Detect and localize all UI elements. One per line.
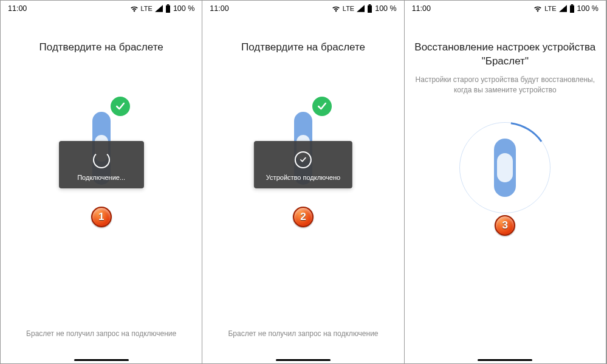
- phone-screen-3: 11:00 LTE 100 % Восстановление настроек …: [405, 1, 606, 363]
- wifi-icon: [130, 5, 139, 12]
- device-illustration: 3: [450, 113, 560, 222]
- battery-icon: [165, 4, 171, 13]
- svg-rect-2: [368, 5, 372, 13]
- status-network: LTE: [343, 5, 354, 12]
- page-title: Подтвердите на браслете: [39, 41, 163, 55]
- page-title: Подтвердите на браслете: [241, 41, 365, 55]
- nav-bar[interactable]: [405, 356, 606, 363]
- status-battery-pct: 100 %: [173, 4, 194, 13]
- nav-bar[interactable]: [1, 356, 202, 363]
- checkmark-badge-icon: [310, 95, 334, 118]
- battery-icon: [367, 4, 372, 13]
- battery-icon: [569, 4, 575, 13]
- checkmark-badge-icon: [109, 95, 132, 118]
- toast-text: Устройство подключено: [266, 174, 340, 181]
- phone-screen-1: 11:00 LTE 100 % Подтвердите на браслете: [1, 1, 202, 363]
- svg-rect-0: [166, 5, 170, 13]
- status-battery-pct: 100 %: [577, 4, 598, 13]
- status-bar: 11:00 LTE 100 %: [202, 1, 403, 16]
- device-illustration: Устройство подключено 2: [249, 94, 358, 203]
- signal-icon: [357, 5, 365, 12]
- annotation-badge: 1: [91, 207, 112, 227]
- status-bar: 11:00 LTE 100 %: [1, 1, 202, 16]
- device-illustration: Подключение... 1: [47, 94, 156, 203]
- status-network: LTE: [141, 5, 153, 12]
- svg-rect-3: [369, 4, 371, 5]
- svg-rect-4: [570, 5, 574, 13]
- help-link[interactable]: Браслет не получил запрос на подключение: [202, 329, 403, 338]
- status-bar: 11:00 LTE 100 %: [405, 1, 606, 16]
- status-time: 11:00: [8, 4, 27, 13]
- status-time: 11:00: [210, 4, 228, 13]
- help-link[interactable]: Браслет не получил запрос на подключение: [1, 329, 202, 338]
- signal-icon: [155, 5, 163, 12]
- status-network: LTE: [544, 5, 556, 12]
- svg-rect-1: [167, 4, 170, 5]
- wifi-icon: [332, 5, 340, 12]
- annotation-badge: 2: [293, 207, 314, 227]
- toast-text: Подключение...: [77, 174, 125, 181]
- band-icon: [494, 139, 516, 197]
- status-toast: Устройство подключено: [254, 141, 352, 188]
- page-subtitle: Настройки старого устройства будут восст…: [414, 75, 596, 95]
- wifi-icon: [533, 5, 542, 12]
- phone-screen-2: 11:00 LTE 100 % Подтвердите на браслете: [202, 1, 404, 363]
- status-toast: Подключение...: [59, 141, 144, 188]
- status-battery-pct: 100 %: [375, 4, 396, 13]
- nav-bar[interactable]: [202, 356, 403, 363]
- check-circle-icon: [293, 149, 314, 170]
- status-time: 11:00: [412, 4, 431, 13]
- svg-rect-5: [571, 4, 573, 5]
- signal-icon: [559, 5, 567, 12]
- annotation-badge: 3: [495, 215, 515, 236]
- page-title: Восстановление настроек устройства "Брас…: [414, 41, 596, 69]
- spinner-icon: [91, 149, 112, 170]
